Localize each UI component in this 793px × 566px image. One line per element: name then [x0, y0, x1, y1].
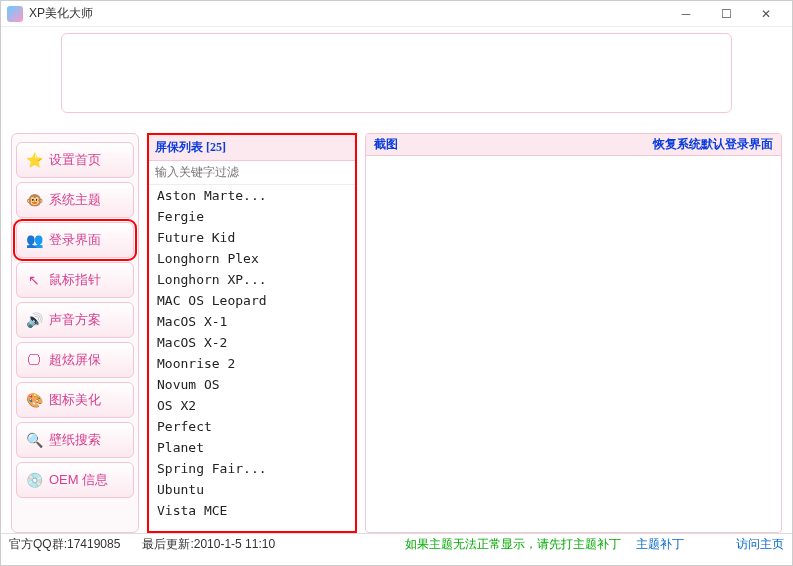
list-item[interactable]: Aston Marte...: [149, 185, 355, 206]
homepage-link[interactable]: 访问主页: [736, 536, 784, 553]
palette-icon: 🎨: [25, 391, 43, 409]
list-item[interactable]: Fergie: [149, 206, 355, 227]
cursor-icon: ↖: [25, 271, 43, 289]
minimize-button[interactable]: ─: [666, 1, 706, 27]
nav-label: 图标美化: [49, 391, 101, 409]
list-item[interactable]: Longhorn Plex: [149, 248, 355, 269]
nav-label: 声音方案: [49, 311, 101, 329]
list-item[interactable]: Ubuntu: [149, 479, 355, 500]
list-item[interactable]: Novum OS: [149, 374, 355, 395]
list-item[interactable]: Vista MCE: [149, 500, 355, 521]
list-scroll[interactable]: Aston Marte...FergieFuture KidLonghorn P…: [149, 185, 355, 531]
nav-label: 系统主题: [49, 191, 101, 209]
item-list-panel: 屏保列表 [25] Aston Marte...FergieFuture Kid…: [147, 133, 357, 533]
app-icon: [7, 6, 23, 22]
nav-login-ui[interactable]: 👥 登录界面: [16, 222, 134, 258]
list-item[interactable]: OS X2: [149, 395, 355, 416]
titlebar: XP美化大师 ─ ☐ ✕: [1, 1, 792, 27]
disc-icon: 💿: [25, 471, 43, 489]
monkey-icon: 🐵: [25, 191, 43, 209]
list-item[interactable]: MacOS X-1: [149, 311, 355, 332]
nav-system-theme[interactable]: 🐵 系统主题: [16, 182, 134, 218]
banner-area: [11, 33, 782, 127]
maximize-button[interactable]: ☐: [706, 1, 746, 27]
preview-panel: 截图 恢复系统默认登录界面: [365, 133, 782, 533]
main-area: ⭐ 设置首页 🐵 系统主题 👥 登录界面 ↖ 鼠标指针 🔊 声音方案 🖵 超炫屏…: [11, 133, 782, 533]
nav-label: OEM 信息: [49, 471, 108, 489]
nav-sound-scheme[interactable]: 🔊 声音方案: [16, 302, 134, 338]
nav-label: 设置首页: [49, 151, 101, 169]
monitor-icon: 🖵: [25, 351, 43, 369]
theme-patch-link[interactable]: 主题补丁: [636, 536, 684, 553]
nav-label: 超炫屏保: [49, 351, 101, 369]
list-item[interactable]: MacOS X-2: [149, 332, 355, 353]
list-header: 屏保列表 [25]: [149, 135, 355, 161]
reset-default-link[interactable]: 恢复系统默认登录界面: [653, 136, 773, 153]
list-item[interactable]: Perfect: [149, 416, 355, 437]
window-title: XP美化大师: [29, 5, 666, 22]
speaker-icon: 🔊: [25, 311, 43, 329]
list-item[interactable]: Future Kid: [149, 227, 355, 248]
list-item[interactable]: MAC OS Leopard: [149, 290, 355, 311]
status-qq: 官方QQ群:17419085: [9, 536, 120, 553]
nav-icon-beautify[interactable]: 🎨 图标美化: [16, 382, 134, 418]
nav-home[interactable]: ⭐ 设置首页: [16, 142, 134, 178]
preview-body: [366, 156, 781, 532]
preview-header: 截图 恢复系统默认登录界面: [366, 134, 781, 156]
list-item[interactable]: Spring Fair...: [149, 458, 355, 479]
star-icon: ⭐: [25, 151, 43, 169]
nav-oem-info[interactable]: 💿 OEM 信息: [16, 462, 134, 498]
nav-screensaver[interactable]: 🖵 超炫屏保: [16, 342, 134, 378]
users-icon: 👥: [25, 231, 43, 249]
nav-wallpaper-search[interactable]: 🔍 壁纸搜索: [16, 422, 134, 458]
nav-label: 壁纸搜索: [49, 431, 101, 449]
preview-title: 截图: [374, 136, 398, 153]
nav-label: 登录界面: [49, 231, 101, 249]
banner-box: [61, 33, 732, 113]
close-button[interactable]: ✕: [746, 1, 786, 27]
list-item[interactable]: Moonrise 2: [149, 353, 355, 374]
statusbar: 官方QQ群:17419085 最后更新:2010-1-5 11:10 如果主题无…: [1, 533, 792, 555]
nav-mouse-pointer[interactable]: ↖ 鼠标指针: [16, 262, 134, 298]
list-item[interactable]: Planet: [149, 437, 355, 458]
status-updated: 最后更新:2010-1-5 11:10: [142, 536, 275, 553]
search-icon: 🔍: [25, 431, 43, 449]
list-item[interactable]: Longhorn XP...: [149, 269, 355, 290]
sidebar: ⭐ 设置首页 🐵 系统主题 👥 登录界面 ↖ 鼠标指针 🔊 声音方案 🖵 超炫屏…: [11, 133, 139, 533]
nav-label: 鼠标指针: [49, 271, 101, 289]
filter-input[interactable]: [149, 161, 355, 185]
status-warning: 如果主题无法正常显示，请先打主题补丁: [405, 536, 621, 553]
